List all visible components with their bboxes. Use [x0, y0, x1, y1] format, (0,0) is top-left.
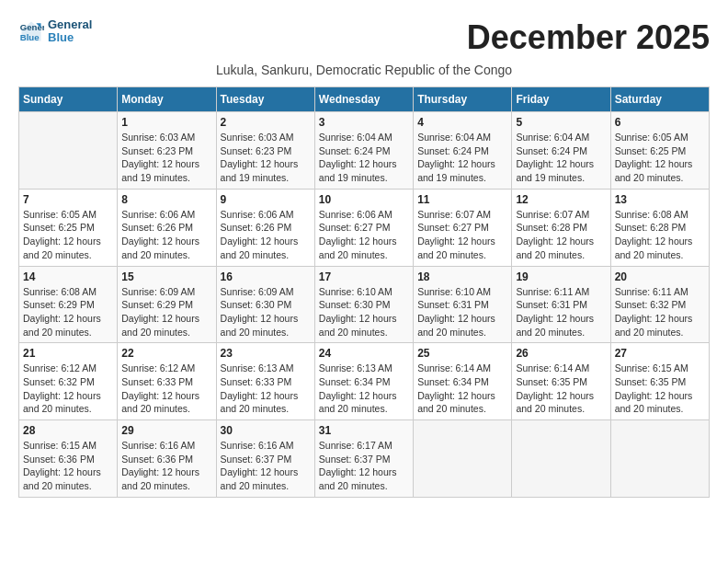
- calendar-cell: 30Sunrise: 6:16 AM Sunset: 6:37 PM Dayli…: [216, 420, 314, 498]
- calendar-cell: 22Sunrise: 6:12 AM Sunset: 6:33 PM Dayli…: [118, 343, 216, 420]
- calendar-cell: 20Sunrise: 6:11 AM Sunset: 6:32 PM Dayli…: [610, 266, 709, 343]
- day-number: 16: [221, 270, 311, 283]
- calendar-cell: 16Sunrise: 6:09 AM Sunset: 6:30 PM Dayli…: [216, 266, 314, 343]
- day-number: 9: [221, 193, 311, 206]
- day-number: 21: [23, 347, 113, 360]
- column-header-wednesday: Wednesday: [314, 87, 413, 112]
- day-info: Sunrise: 6:12 AM Sunset: 6:33 PM Dayligh…: [121, 362, 211, 416]
- column-header-sunday: Sunday: [19, 87, 118, 112]
- day-number: 7: [23, 193, 113, 206]
- day-info: Sunrise: 6:04 AM Sunset: 6:24 PM Dayligh…: [417, 131, 507, 185]
- day-number: 26: [516, 347, 606, 360]
- day-info: Sunrise: 6:16 AM Sunset: 6:36 PM Dayligh…: [121, 439, 211, 493]
- week-row-1: 1Sunrise: 6:03 AM Sunset: 6:23 PM Daylig…: [19, 112, 710, 190]
- calendar-cell: [414, 420, 512, 498]
- day-info: Sunrise: 6:16 AM Sunset: 6:37 PM Dayligh…: [221, 439, 311, 493]
- column-header-thursday: Thursday: [414, 87, 512, 112]
- day-number: 4: [417, 116, 507, 129]
- day-number: 2: [221, 116, 311, 129]
- day-info: Sunrise: 6:06 AM Sunset: 6:26 PM Dayligh…: [121, 208, 211, 262]
- day-info: Sunrise: 6:10 AM Sunset: 6:30 PM Dayligh…: [319, 285, 409, 339]
- day-number: 1: [121, 116, 211, 129]
- day-info: Sunrise: 6:08 AM Sunset: 6:29 PM Dayligh…: [23, 285, 113, 339]
- day-number: 13: [615, 193, 705, 206]
- day-number: 29: [121, 424, 211, 437]
- day-number: 5: [516, 116, 606, 129]
- calendar-cell: 28Sunrise: 6:15 AM Sunset: 6:36 PM Dayli…: [19, 420, 118, 498]
- calendar-cell: 7Sunrise: 6:05 AM Sunset: 6:25 PM Daylig…: [19, 189, 118, 266]
- day-info: Sunrise: 6:03 AM Sunset: 6:23 PM Dayligh…: [221, 131, 311, 185]
- calendar-cell: [610, 420, 709, 498]
- calendar-cell: 26Sunrise: 6:14 AM Sunset: 6:35 PM Dayli…: [512, 343, 610, 420]
- subtitle: Lukula, Sankuru, Democratic Republic of …: [18, 63, 710, 77]
- calendar-cell: 8Sunrise: 6:06 AM Sunset: 6:26 PM Daylig…: [118, 189, 216, 266]
- day-info: Sunrise: 6:07 AM Sunset: 6:28 PM Dayligh…: [516, 208, 606, 262]
- day-number: 30: [221, 424, 311, 437]
- calendar-cell: 19Sunrise: 6:11 AM Sunset: 6:31 PM Dayli…: [512, 266, 610, 343]
- day-number: 6: [615, 116, 705, 129]
- day-number: 8: [121, 193, 211, 206]
- calendar-cell: 23Sunrise: 6:13 AM Sunset: 6:33 PM Dayli…: [216, 343, 314, 420]
- week-row-3: 14Sunrise: 6:08 AM Sunset: 6:29 PM Dayli…: [19, 266, 710, 343]
- day-number: 14: [23, 270, 113, 283]
- day-number: 25: [417, 347, 507, 360]
- calendar-cell: 4Sunrise: 6:04 AM Sunset: 6:24 PM Daylig…: [414, 112, 512, 190]
- day-info: Sunrise: 6:14 AM Sunset: 6:34 PM Dayligh…: [417, 362, 507, 416]
- column-header-saturday: Saturday: [610, 87, 709, 112]
- calendar-table: SundayMondayTuesdayWednesdayThursdayFrid…: [18, 86, 710, 498]
- calendar-cell: 18Sunrise: 6:10 AM Sunset: 6:31 PM Dayli…: [414, 266, 512, 343]
- calendar-cell: 2Sunrise: 6:03 AM Sunset: 6:23 PM Daylig…: [216, 112, 314, 190]
- day-info: Sunrise: 6:09 AM Sunset: 6:29 PM Dayligh…: [121, 285, 211, 339]
- day-number: 3: [319, 116, 409, 129]
- day-info: Sunrise: 6:13 AM Sunset: 6:34 PM Dayligh…: [319, 362, 409, 416]
- calendar-cell: 3Sunrise: 6:04 AM Sunset: 6:24 PM Daylig…: [314, 112, 413, 190]
- calendar-cell: 17Sunrise: 6:10 AM Sunset: 6:30 PM Dayli…: [314, 266, 413, 343]
- day-info: Sunrise: 6:07 AM Sunset: 6:27 PM Dayligh…: [417, 208, 507, 262]
- day-info: Sunrise: 6:06 AM Sunset: 6:26 PM Dayligh…: [221, 208, 311, 262]
- day-info: Sunrise: 6:12 AM Sunset: 6:32 PM Dayligh…: [23, 362, 113, 416]
- calendar-cell: 12Sunrise: 6:07 AM Sunset: 6:28 PM Dayli…: [512, 189, 610, 266]
- logo-icon: General Blue: [18, 18, 44, 44]
- day-info: Sunrise: 6:05 AM Sunset: 6:25 PM Dayligh…: [615, 131, 705, 185]
- calendar-cell: 15Sunrise: 6:09 AM Sunset: 6:29 PM Dayli…: [118, 266, 216, 343]
- calendar-cell: 5Sunrise: 6:04 AM Sunset: 6:24 PM Daylig…: [512, 112, 610, 190]
- month-title: December 2025: [467, 18, 710, 57]
- calendar-cell: 10Sunrise: 6:06 AM Sunset: 6:27 PM Dayli…: [314, 189, 413, 266]
- column-header-friday: Friday: [512, 87, 610, 112]
- day-number: 15: [121, 270, 211, 283]
- calendar-cell: 25Sunrise: 6:14 AM Sunset: 6:34 PM Dayli…: [414, 343, 512, 420]
- week-row-2: 7Sunrise: 6:05 AM Sunset: 6:25 PM Daylig…: [19, 189, 710, 266]
- calendar-cell: 6Sunrise: 6:05 AM Sunset: 6:25 PM Daylig…: [610, 112, 709, 190]
- day-number: 22: [121, 347, 211, 360]
- day-info: Sunrise: 6:04 AM Sunset: 6:24 PM Dayligh…: [319, 131, 409, 185]
- day-info: Sunrise: 6:05 AM Sunset: 6:25 PM Dayligh…: [23, 208, 113, 262]
- day-number: 27: [615, 347, 705, 360]
- calendar-cell: 27Sunrise: 6:15 AM Sunset: 6:35 PM Dayli…: [610, 343, 709, 420]
- day-number: 24: [319, 347, 409, 360]
- day-number: 17: [319, 270, 409, 283]
- calendar-cell: 1Sunrise: 6:03 AM Sunset: 6:23 PM Daylig…: [118, 112, 216, 190]
- calendar-cell: 13Sunrise: 6:08 AM Sunset: 6:28 PM Dayli…: [610, 189, 709, 266]
- svg-text:Blue: Blue: [20, 32, 40, 42]
- logo: General Blue General Blue: [18, 18, 92, 45]
- calendar-cell: 29Sunrise: 6:16 AM Sunset: 6:36 PM Dayli…: [118, 420, 216, 498]
- day-number: 19: [516, 270, 606, 283]
- day-number: 28: [23, 424, 113, 437]
- logo-general: General: [48, 18, 92, 31]
- calendar-cell: 31Sunrise: 6:17 AM Sunset: 6:37 PM Dayli…: [314, 420, 413, 498]
- day-info: Sunrise: 6:04 AM Sunset: 6:24 PM Dayligh…: [516, 131, 606, 185]
- day-info: Sunrise: 6:14 AM Sunset: 6:35 PM Dayligh…: [516, 362, 606, 416]
- day-number: 23: [221, 347, 311, 360]
- week-row-5: 28Sunrise: 6:15 AM Sunset: 6:36 PM Dayli…: [19, 420, 710, 498]
- calendar-cell: 14Sunrise: 6:08 AM Sunset: 6:29 PM Dayli…: [19, 266, 118, 343]
- day-number: 11: [417, 193, 507, 206]
- day-info: Sunrise: 6:15 AM Sunset: 6:35 PM Dayligh…: [615, 362, 705, 416]
- top-bar: General Blue General Blue December 2025: [18, 18, 710, 61]
- day-info: Sunrise: 6:11 AM Sunset: 6:31 PM Dayligh…: [516, 285, 606, 339]
- day-number: 18: [417, 270, 507, 283]
- day-info: Sunrise: 6:10 AM Sunset: 6:31 PM Dayligh…: [417, 285, 507, 339]
- calendar-cell: [19, 112, 118, 190]
- day-number: 20: [615, 270, 705, 283]
- day-info: Sunrise: 6:15 AM Sunset: 6:36 PM Dayligh…: [23, 439, 113, 493]
- calendar-cell: [512, 420, 610, 498]
